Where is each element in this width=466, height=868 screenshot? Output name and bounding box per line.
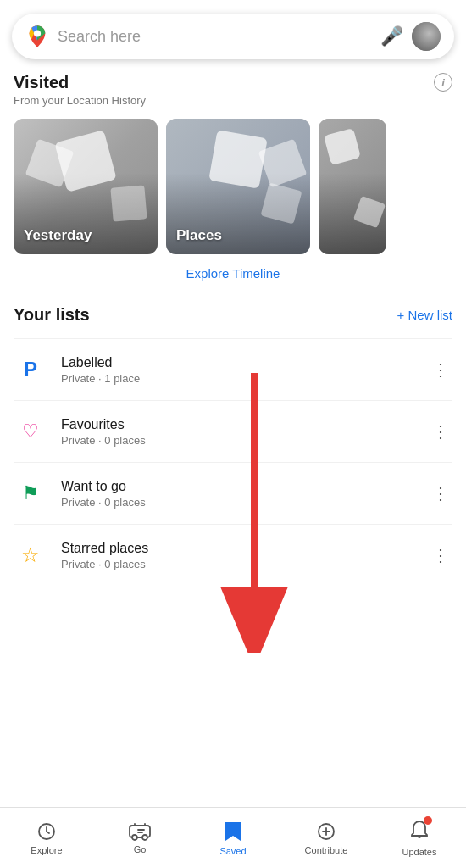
nav-item-saved[interactable]: Saved [208,821,258,856]
favourites-name: Favourites [61,417,415,432]
avatar[interactable] [412,22,441,51]
nav-label-contribute: Contribute [305,845,348,855]
favourites-icon: ♡ [14,415,47,448]
list-item-want-to-go[interactable]: ⚑ Want to go Private · 0 places ⋮ [14,462,452,524]
visited-card-partial[interactable] [319,119,386,254]
visited-subtitle: From your Location History [14,94,146,107]
search-placeholder: Search here [58,28,372,46]
bottom-nav: Explore Go Saved Contribute [0,807,466,868]
card-places-label: Places [176,227,222,244]
nav-item-go[interactable]: Go [114,822,165,854]
labelled-more-icon[interactable]: ⋮ [429,356,452,383]
want-to-go-meta: Private · 0 places [61,496,415,509]
updates-badge [424,816,432,825]
microphone-icon[interactable]: 🎤 [380,25,403,47]
nav-label-updates: Updates [402,847,437,857]
labelled-name: Labelled [61,355,415,370]
favourites-more-icon[interactable]: ⋮ [429,418,452,445]
visited-title: Visited [14,73,146,92]
explore-timeline-link[interactable]: Explore Timeline [186,266,280,281]
main-content: Visited From your Location History i Yes… [0,73,466,654]
starred-places-icon: ☆ [14,538,47,572]
starred-places-info: Starred places Private · 0 places [61,541,415,570]
nav-item-explore[interactable]: Explore [21,821,72,855]
go-icon [129,822,151,841]
explore-icon [36,821,57,842]
nav-item-contribute[interactable]: Contribute [301,821,352,855]
want-to-go-icon: ⚑ [14,476,47,510]
info-icon[interactable]: i [434,73,452,92]
list-item-labelled[interactable]: P Labelled Private · 1 place ⋮ [14,338,452,400]
svg-point-5 [132,835,137,840]
lists-header: Your lists + New list [14,305,452,325]
explore-timeline[interactable]: Explore Timeline [14,266,452,281]
contribute-icon [316,821,336,842]
visited-header: Visited From your Location History i [14,73,452,119]
want-to-go-info: Want to go Private · 0 places [61,479,415,509]
search-bar[interactable]: Search here 🎤 [12,14,454,59]
nav-label-explore: Explore [31,845,62,855]
starred-places-more-icon[interactable]: ⋮ [429,542,452,569]
google-maps-logo [25,25,49,48]
starred-places-meta: Private · 0 places [61,558,415,570]
updates-icon-wrapper [410,820,429,843]
favourites-meta: Private · 0 places [61,434,415,447]
want-to-go-more-icon[interactable]: ⋮ [429,480,452,507]
labelled-icon: P [14,353,47,387]
list-item-starred-places[interactable]: ☆ Starred places Private · 0 places ⋮ [14,524,452,586]
nav-label-go: Go [134,844,147,854]
svg-point-6 [142,835,147,840]
nav-item-updates[interactable]: Updates [394,820,445,857]
svg-point-2 [34,30,41,36]
lists-title: Your lists [14,305,90,325]
labelled-info: Labelled Private · 1 place [61,355,415,385]
labelled-meta: Private · 1 place [61,372,415,385]
visited-cards-row: Yesterday Places [14,119,452,254]
nav-label-saved: Saved [219,846,246,856]
card-yesterday-label: Yesterday [24,227,92,244]
want-to-go-name: Want to go [61,479,415,494]
starred-places-name: Starred places [61,541,415,556]
saved-icon [224,821,242,843]
visited-card-places[interactable]: Places [166,119,310,254]
list-item-favourites[interactable]: ♡ Favourites Private · 0 places ⋮ [14,400,452,462]
visited-card-yesterday[interactable]: Yesterday [14,119,158,254]
favourites-info: Favourites Private · 0 places [61,417,415,447]
new-list-button[interactable]: + New list [397,308,452,322]
